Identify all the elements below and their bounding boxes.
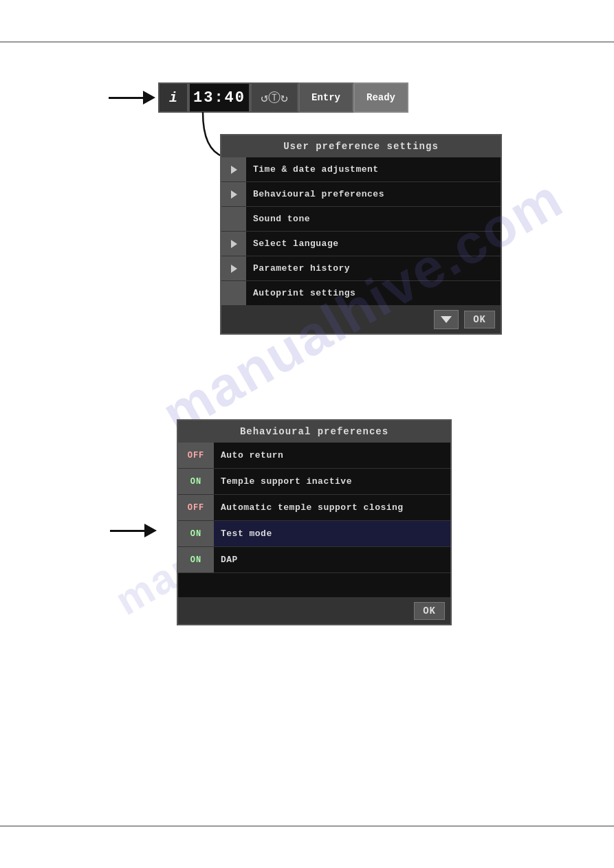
chevron-right-icon (231, 166, 237, 174)
behav-item-label: Auto return (214, 450, 283, 460)
down-arrow-icon (441, 316, 452, 323)
menu-item-arrow-cell (221, 256, 246, 280)
behav-item[interactable]: ONTemple support inactive (178, 469, 450, 495)
scroll-down-button[interactable] (434, 310, 459, 329)
behav-ok-button[interactable]: OK (414, 602, 445, 620)
top-divider (0, 41, 614, 43)
menu-item-arrow-cell (221, 207, 246, 231)
sync-icon-cell: ↺Ⓣ↻ (250, 82, 298, 113)
menu-item[interactable]: Behavioural preferences (221, 182, 501, 207)
chevron-right-icon (231, 190, 237, 199)
menu-item[interactable]: Time & date adjustment (221, 157, 501, 182)
menu-item-arrow-cell (221, 232, 246, 256)
behav-item-status: OFF (178, 495, 214, 520)
menu-item-arrow-cell (221, 182, 246, 206)
menu-item[interactable]: Autoprint settings (221, 281, 501, 306)
behav-arrow (110, 524, 157, 537)
status-ready[interactable]: Ready (353, 82, 408, 113)
behav-item-label: Temple support inactive (214, 476, 352, 487)
user-preference-menu-header: User preference settings (221, 135, 501, 157)
menu-item-arrow-cell (221, 281, 246, 305)
behav-item-label: Test mode (214, 528, 272, 539)
behavioural-menu-header: Behavioural preferences (178, 421, 450, 443)
menu-item-label: Sound tone (246, 214, 310, 224)
behav-item[interactable]: OFFAutomatic temple support closing (178, 495, 450, 521)
behav-items-list: OFFAuto returnONTemple support inactiveO… (178, 443, 450, 573)
chevron-right-icon (231, 265, 237, 273)
behav-footer: OK (178, 598, 450, 624)
menu-item-label: Time & date adjustment (246, 164, 379, 175)
ok-button[interactable]: OK (464, 311, 495, 329)
chevron-right-icon (231, 240, 237, 248)
menu-item-label: Parameter history (246, 263, 350, 274)
menu-item-label: Autoprint settings (246, 288, 355, 298)
user-preference-menu: User preference settings Time & date adj… (220, 134, 502, 335)
menu-item-label: Select language (246, 238, 339, 249)
behav-item-status: ON (178, 469, 214, 494)
menu-item[interactable]: Select language (221, 232, 501, 256)
status-i-icon: i (158, 82, 188, 113)
behav-item-status: OFF (178, 443, 214, 468)
menu-item-label: Behavioural preferences (246, 189, 384, 199)
behav-item[interactable]: ONTest mode (178, 521, 450, 547)
sync-icon: ↺Ⓣ↻ (261, 89, 288, 106)
bottom-divider (0, 825, 614, 827)
behav-item-label: DAP (214, 555, 238, 565)
menu-item[interactable]: Parameter history (221, 256, 501, 281)
behav-item[interactable]: OFFAuto return (178, 443, 450, 469)
behav-item-status: ON (178, 547, 214, 572)
behav-item-label: Automatic temple support closing (214, 502, 404, 513)
status-bar-arrow (109, 91, 155, 104)
behav-empty-row (178, 573, 450, 598)
menu-footer: OK (221, 306, 501, 333)
behav-item[interactable]: ONDAP (178, 547, 450, 573)
behav-item-status: ON (178, 521, 214, 546)
menu-item-arrow-cell (221, 157, 246, 181)
status-entry[interactable]: Entry (298, 82, 353, 113)
behavioural-preferences-menu: Behavioural preferences OFFAuto returnON… (177, 419, 452, 625)
menu-item[interactable]: Sound tone (221, 207, 501, 232)
menu-items-list: Time & date adjustmentBehavioural prefer… (221, 157, 501, 306)
